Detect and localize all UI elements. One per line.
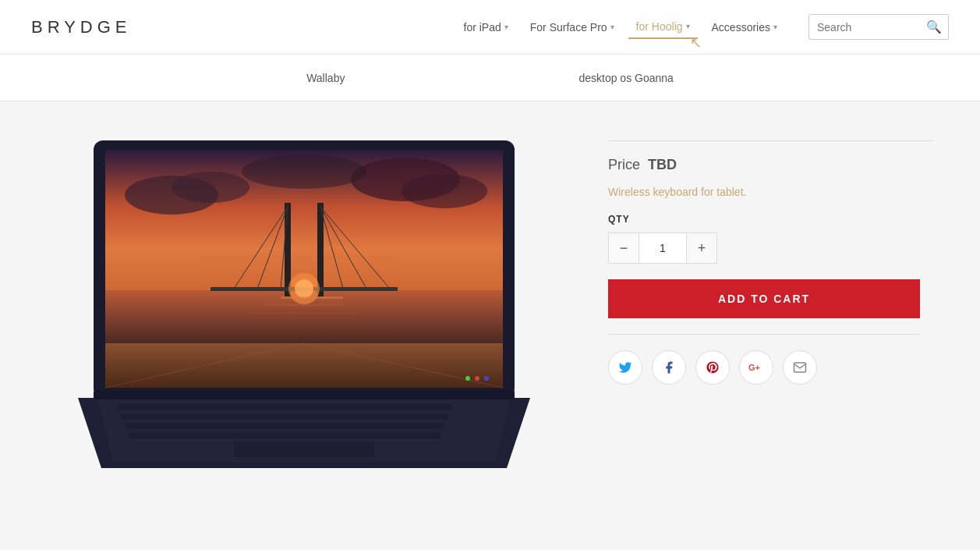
main-nav: for iPad ▾ For Surface Pro ▾ for Hoolig … xyxy=(456,16,785,39)
svg-rect-32 xyxy=(234,442,374,457)
svg-point-34 xyxy=(465,376,470,381)
subnav-item-goanna[interactable]: desktop os Goanna xyxy=(578,66,673,90)
search-box[interactable]: 🔍 xyxy=(808,14,949,40)
product-description: Wireless keyboard for tablet. xyxy=(608,186,933,198)
svg-point-20 xyxy=(295,279,313,298)
share-twitter-button[interactable] xyxy=(608,350,642,385)
qty-row: − + xyxy=(608,232,933,264)
chevron-down-icon: ▾ xyxy=(610,23,614,31)
header: BRYDGE for iPad ▾ For Surface Pro ▾ for … xyxy=(0,0,980,55)
chevron-down-icon: ▾ xyxy=(504,23,508,31)
chevron-down-icon: ▾ xyxy=(686,22,690,30)
svg-rect-9 xyxy=(105,343,503,388)
price-label: Price xyxy=(608,157,640,173)
svg-rect-22 xyxy=(265,304,343,306)
qty-increase-button[interactable]: + xyxy=(686,232,717,264)
cursor-icon: ↖ xyxy=(690,34,702,51)
divider-top xyxy=(608,140,933,141)
email-icon xyxy=(793,360,807,374)
price-value: TBD xyxy=(648,157,677,173)
svg-rect-28 xyxy=(117,404,452,410)
main-content: Price TBD Wireless keyboard for tablet. … xyxy=(0,101,980,550)
svg-rect-30 xyxy=(125,423,444,429)
twitter-icon xyxy=(618,360,632,374)
qty-decrease-button[interactable]: − xyxy=(608,232,639,264)
search-input[interactable] xyxy=(817,21,926,34)
svg-point-35 xyxy=(475,376,479,381)
share-email-button[interactable] xyxy=(783,350,817,385)
product-image-container xyxy=(47,133,561,476)
subnav-item-wallaby[interactable]: Wallaby xyxy=(306,66,345,90)
nav-item-accessories[interactable]: Accessories ▾ xyxy=(704,16,785,38)
social-share-row: G+ xyxy=(608,350,933,385)
add-to-cart-button[interactable]: ADD TO CART xyxy=(608,279,920,318)
svg-rect-23 xyxy=(249,312,359,314)
pinterest-icon xyxy=(706,360,720,374)
product-info: Price TBD Wireless keyboard for tablet. … xyxy=(608,133,933,385)
share-googleplus-button[interactable]: G+ xyxy=(739,350,773,385)
nav-item-hooligan[interactable]: for Hoolig ▾ ↖ xyxy=(628,16,698,39)
svg-point-6 xyxy=(402,174,487,208)
qty-label: QTY xyxy=(608,214,933,225)
nav-item-ipad[interactable]: for iPad ▾ xyxy=(456,16,516,38)
svg-point-36 xyxy=(484,376,489,381)
logo[interactable]: BRYDGE xyxy=(31,17,132,37)
subnav: Wallaby desktop os Goanna xyxy=(0,55,980,101)
svg-rect-33 xyxy=(94,390,515,399)
nav-item-surface[interactable]: For Surface Pro ▾ xyxy=(522,16,622,38)
search-icon[interactable]: 🔍 xyxy=(926,20,942,34)
chevron-down-icon: ▾ xyxy=(773,23,777,31)
svg-rect-21 xyxy=(281,296,343,299)
svg-rect-29 xyxy=(121,413,448,420)
googleplus-icon: G+ xyxy=(748,362,764,373)
product-image xyxy=(55,133,554,476)
svg-point-7 xyxy=(242,154,366,189)
svg-rect-31 xyxy=(129,432,440,438)
svg-text:G+: G+ xyxy=(748,363,760,372)
qty-input[interactable] xyxy=(639,232,686,264)
divider-bottom xyxy=(608,334,920,335)
facebook-icon xyxy=(662,360,676,374)
share-facebook-button[interactable] xyxy=(652,350,686,385)
svg-point-4 xyxy=(172,172,249,203)
share-pinterest-button[interactable] xyxy=(695,350,730,385)
price-row: Price TBD xyxy=(608,157,933,173)
